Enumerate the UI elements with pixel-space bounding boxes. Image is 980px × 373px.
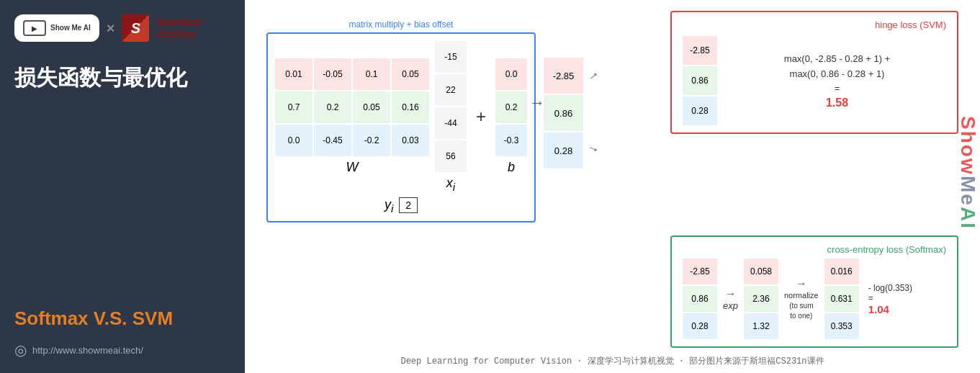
- b-0: 0.0: [495, 58, 527, 90]
- hinge-scores: -2.85 0.86 0.28: [683, 36, 717, 125]
- ce-result-label: - log(0.353): [868, 283, 912, 293]
- score-0: -2.85: [544, 58, 583, 94]
- xi-vector: -15 22 -44 56: [435, 41, 467, 172]
- watermark: Show Me AI: [955, 0, 980, 346]
- website-url: http://www.showmeai.tech/: [32, 345, 143, 356]
- w-matrix-container: 0.01 -0.05 0.1 0.05 0.7 0.2 0.05 0.16 0.…: [275, 58, 429, 175]
- exp-area: → exp: [723, 287, 738, 311]
- hinge-score-1: 0.86: [683, 66, 717, 95]
- hinge-result: 1.58: [728, 96, 946, 109]
- ce-result-eq: =: [868, 293, 873, 303]
- xi-2: -44: [435, 107, 467, 139]
- cell-w-1-3: 0.16: [392, 91, 429, 123]
- ce-norm-0: 0.016: [824, 259, 859, 284]
- ce-exp-0: 0.058: [744, 259, 778, 284]
- cell-w-1-2: 0.05: [353, 91, 390, 123]
- w-label: W: [346, 160, 359, 175]
- content-area: matrix multiply + bias offset 0.01 -0.05…: [245, 0, 980, 373]
- ce-title: cross-entropy loss (Softmax): [683, 244, 946, 255]
- stanford-name: Stanford: [156, 16, 201, 28]
- blue-box: matrix multiply + bias offset 0.01 -0.05…: [266, 32, 536, 223]
- ce-scores: -2.85 0.86 0.28: [683, 259, 717, 339]
- watermark-me: Me: [956, 176, 979, 207]
- plus-sign: +: [476, 107, 486, 127]
- cell-w-2-3: 0.03: [392, 125, 429, 156]
- matrix-row: 0.01 -0.05 0.1 0.05 0.7 0.2 0.05 0.16 0.…: [275, 41, 527, 193]
- score-1: 0.86: [544, 95, 583, 131]
- arrow-up-right: →: [583, 66, 603, 86]
- xi-0: -15: [435, 41, 467, 73]
- b-vector: 0.0 0.2 -0.3: [495, 58, 527, 156]
- website-icon: ◎: [14, 341, 27, 359]
- ce-score-0: -2.85: [683, 259, 717, 284]
- yi-label: yi: [385, 197, 393, 215]
- ce-score-2: 0.28: [683, 313, 717, 339]
- scores-vector: -2.85 0.86 0.28: [544, 58, 583, 168]
- xi-container: -15 22 -44 56 xi: [435, 41, 467, 193]
- cell-w-2-0: 0.0: [275, 125, 313, 156]
- ce-norm-1: 0.631: [824, 286, 859, 312]
- stanford-text: Stanford CS231n: [156, 16, 201, 40]
- subtitle: Softmax V.S. SVM: [14, 307, 230, 330]
- b-label: b: [508, 160, 515, 175]
- b-2: -0.3: [495, 125, 527, 156]
- website-area: ◎ http://www.showmeai.tech/: [14, 341, 143, 359]
- cell-w-1-1: 0.2: [314, 91, 351, 123]
- hinge-content: -2.85 0.86 0.28 max(0, -2.85 - 0.28 + 1)…: [683, 36, 946, 125]
- arrow-exp: →: [724, 287, 736, 300]
- watermark-ai: AI: [956, 207, 979, 230]
- normalize-label: normalize(to sumto one): [784, 290, 819, 321]
- scores-container: -2.85 0.86 0.28: [544, 58, 583, 168]
- yi-value: 2: [399, 197, 418, 213]
- cell-w-2-1: -0.45: [314, 125, 351, 156]
- xi-1: 22: [435, 74, 467, 106]
- score-2: 0.28: [544, 132, 583, 168]
- x-symbol: ×: [107, 20, 115, 37]
- cell-w-0-1: -0.05: [314, 58, 351, 90]
- showmeai-icon: [23, 20, 46, 36]
- hinge-formula-line2: max(0, 0.86 - 0.28 + 1): [728, 67, 946, 82]
- b-container: 0.0 0.2 -0.3 b: [495, 58, 527, 175]
- hinge-score-2: 0.28: [683, 96, 717, 125]
- b-1: 0.2: [495, 91, 527, 123]
- sidebar: Show Me AI × S Stanford CS231n 损失函数与最优化 …: [0, 0, 245, 373]
- stanford-logo: S Stanford CS231n: [122, 14, 201, 42]
- stanford-s-icon: S: [122, 14, 149, 42]
- ce-content: -2.85 0.86 0.28 → exp 0.058 2.36 1.32 → …: [683, 259, 946, 339]
- ce-score-1: 0.86: [683, 286, 717, 312]
- cell-w-0-3: 0.05: [392, 58, 429, 90]
- arrow-to-scores: →: [529, 94, 545, 112]
- logo-area: Show Me AI × S Stanford CS231n: [14, 14, 230, 42]
- course-name: CS231n: [156, 28, 201, 40]
- hinge-score-0: -2.85: [683, 36, 717, 65]
- ce-norm: 0.016 0.631 0.353: [824, 259, 859, 339]
- ce-norm-2: 0.353: [824, 313, 859, 339]
- hinge-formula-area: max(0, -2.85 - 0.28 + 1) + max(0, 0.86 -…: [728, 52, 946, 109]
- hinge-equals: =: [728, 81, 946, 96]
- ce-box: cross-entropy loss (Softmax) -2.85 0.86 …: [670, 235, 958, 348]
- yi-row: yi 2: [275, 197, 527, 215]
- ce-result-value: 1.04: [868, 303, 889, 315]
- arrow-normalize: →: [796, 277, 807, 290]
- ce-exp-2: 1.32: [744, 313, 778, 339]
- arrow-down-right: →: [584, 139, 602, 158]
- logo-box: Show Me AI: [14, 14, 99, 42]
- normalize-area: → normalize(to sumto one): [784, 277, 819, 321]
- hinge-title: hinge loss (SVM): [683, 19, 946, 30]
- cell-w-0-2: 0.1: [353, 58, 390, 90]
- xi-label: xi: [446, 176, 455, 193]
- ce-exp: 0.058 2.36 1.32: [744, 259, 778, 339]
- blue-box-container: matrix multiply + bias offset 0.01 -0.05…: [266, 32, 536, 223]
- ce-result-area: - log(0.353) = 1.04: [868, 283, 912, 315]
- cell-w-0-0: 0.01: [275, 58, 313, 90]
- w-matrix: 0.01 -0.05 0.1 0.05 0.7 0.2 0.05 0.16 0.…: [275, 58, 429, 156]
- ce-exp-1: 2.36: [744, 286, 778, 312]
- footer-text: Deep Learning for Computer Vision · 深度学习…: [400, 355, 824, 367]
- hinge-box: hinge loss (SVM) -2.85 0.86 0.28 max(0, …: [670, 11, 958, 134]
- showmeai-logo-text: Show Me AI: [50, 24, 91, 32]
- hinge-formula-line1: max(0, -2.85 - 0.28 + 1) +: [728, 52, 946, 67]
- fork-arrows: → →: [587, 68, 600, 156]
- cell-w-1-0: 0.7: [275, 91, 313, 123]
- main-title: 损失函数与最优化: [14, 63, 230, 91]
- exp-label: exp: [723, 300, 738, 311]
